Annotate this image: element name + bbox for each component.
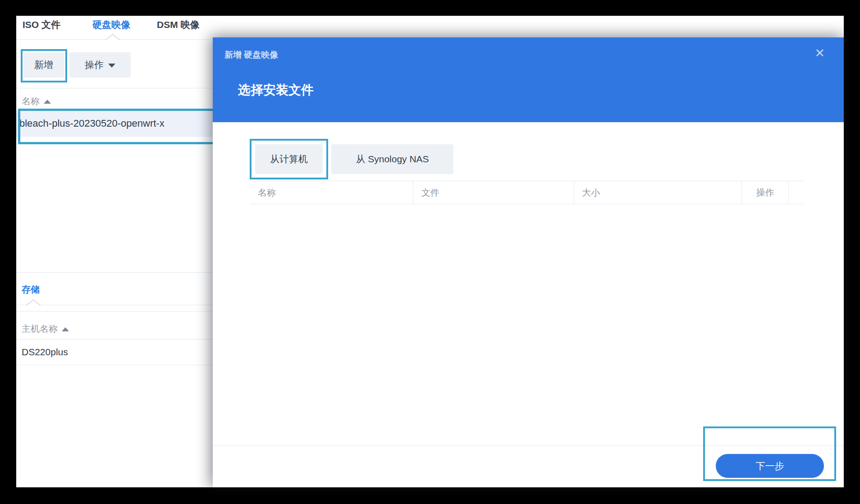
active-tab-pointer xyxy=(105,34,120,40)
file-table-col-file: 文件 xyxy=(413,181,574,204)
image-row-label: bleach-plus-20230520-openwrt-x xyxy=(19,118,165,129)
tab-dsm-image[interactable]: DSM 映像 xyxy=(157,18,200,31)
source-tab-computer-label: 从计算机 xyxy=(270,153,308,165)
host-table-top-divider xyxy=(16,311,213,312)
file-table-col-action-label: 操作 xyxy=(756,187,774,199)
dialog-title: 新增 硬盘映像 xyxy=(224,49,278,61)
add-button-label: 新增 xyxy=(34,59,53,71)
list-bottom-divider xyxy=(16,272,213,273)
tab-iso-file[interactable]: ISO 文件 xyxy=(23,18,60,31)
close-icon[interactable]: ✕ xyxy=(814,47,825,60)
add-button[interactable]: 新增 xyxy=(23,52,64,78)
file-table-col-size-label: 大小 xyxy=(582,187,600,199)
file-table-col-name-label: 名称 xyxy=(258,187,276,199)
sort-asc-icon xyxy=(44,100,51,104)
storage-divider xyxy=(16,305,213,305)
host-row[interactable]: DS220plus xyxy=(16,339,213,365)
column-header-name-label: 名称 xyxy=(22,95,40,107)
file-table-col-action: 操作 xyxy=(741,181,788,204)
host-row-label: DS220plus xyxy=(22,347,68,357)
add-disk-image-dialog: 新增 硬盘映像 选择安装文件 ✕ 从计算机 从 Synology NAS 名称 … xyxy=(213,37,844,487)
file-table-col-name: 名称 xyxy=(250,181,413,204)
highlight-box-source-tab: 从计算机 xyxy=(250,139,328,179)
column-header-name[interactable]: 名称 xyxy=(22,95,51,107)
action-dropdown-button[interactable]: 操作 xyxy=(69,52,131,78)
storage-section-pointer xyxy=(26,299,41,306)
next-button[interactable]: 下一步 xyxy=(716,454,824,478)
file-table-col-scroll-gutter xyxy=(788,181,803,204)
action-button-label: 操作 xyxy=(85,59,104,71)
dialog-footer-divider xyxy=(213,445,844,446)
dialog-header: 新增 硬盘映像 选择安装文件 ✕ xyxy=(213,37,844,122)
screenshot-stage: ISO 文件 硬盘映像 DSM 映像 新增 操作 名称 bleach-plus-… xyxy=(0,0,860,504)
column-header-hostname[interactable]: 主机名称 xyxy=(22,323,69,335)
storage-section-title[interactable]: 存储 xyxy=(22,284,40,296)
source-tab-computer[interactable]: 从计算机 xyxy=(255,144,323,174)
sort-asc-icon xyxy=(62,327,69,331)
column-header-hostname-label: 主机名称 xyxy=(22,323,58,335)
tab-disk-image[interactable]: 硬盘映像 xyxy=(92,18,130,31)
file-table-col-size: 大小 xyxy=(574,181,741,204)
source-tab-nas-label: 从 Synology NAS xyxy=(356,153,429,165)
file-table-col-file-label: 文件 xyxy=(421,187,439,199)
chevron-down-icon xyxy=(108,64,115,68)
source-tab-synology-nas[interactable]: 从 Synology NAS xyxy=(331,144,453,174)
dialog-step-heading: 选择安装文件 xyxy=(238,82,314,99)
image-list-selected-row[interactable]: bleach-plus-20230520-openwrt-x xyxy=(16,111,213,137)
next-button-label: 下一步 xyxy=(756,460,784,472)
file-table-header: 名称 文件 大小 操作 xyxy=(250,181,803,204)
list-top-divider xyxy=(16,88,213,88)
